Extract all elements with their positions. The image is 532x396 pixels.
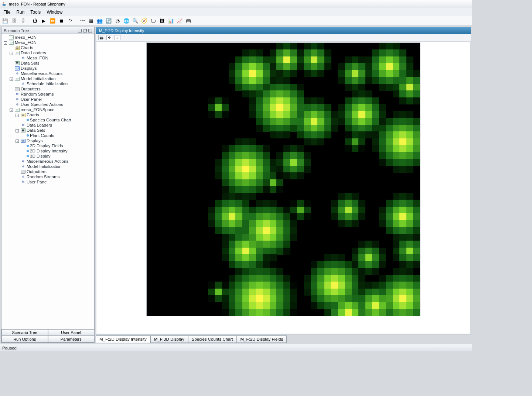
fast-forward-icon[interactable]: ⏩ xyxy=(49,17,56,25)
tree-item[interactable]: 3D Display xyxy=(2,154,94,159)
tree-item-label: Data Loaders xyxy=(21,51,46,55)
tree-item-label: Data Sets xyxy=(27,128,45,132)
barrel-icon xyxy=(15,87,20,91)
menu-file[interactable]: File xyxy=(1,9,13,16)
people-icon[interactable]: 👥 xyxy=(96,17,103,25)
tree-item[interactable]: 2D Display Fields xyxy=(2,143,94,148)
display-tab-2[interactable]: Species Counts Chart xyxy=(188,335,237,343)
tree-item[interactable]: ▤Charts xyxy=(2,45,94,50)
gear-icon: ✲ xyxy=(21,123,25,127)
panel-tab-scenario-tree[interactable]: Scenario Tree xyxy=(1,329,48,336)
tree-item[interactable]: -▭Model Initialization xyxy=(2,76,94,81)
tree-toggle-icon[interactable]: - xyxy=(10,52,13,55)
web-icon[interactable]: 🌐 xyxy=(123,17,130,25)
tree-toggle-icon[interactable]: - xyxy=(16,114,19,117)
schedule-icon[interactable]: 🏳 xyxy=(66,17,74,25)
db-icon: ≣ xyxy=(15,61,20,65)
tree-item-label: 3D Display xyxy=(30,154,51,158)
display-tab-3[interactable]: M_F:2D Display Fields xyxy=(237,335,287,343)
power-icon[interactable]: ⏻ xyxy=(31,17,38,25)
scenario-tree[interactable]: ▭meso_FON-▭Meso_FON▤Charts-▭Data Loaders… xyxy=(1,34,94,329)
tree-item-label: Plant Counts xyxy=(30,133,54,138)
tree-item-label: meso_FONSpace xyxy=(21,107,54,112)
table-icon[interactable]: ▦ xyxy=(87,17,95,25)
tree-item[interactable]: Plant Counts xyxy=(2,133,94,138)
simulation-canvas[interactable] xyxy=(146,42,420,316)
home-icon[interactable]: ⌂ xyxy=(115,35,120,40)
bul-icon xyxy=(27,134,29,137)
tree-item[interactable]: Outputters xyxy=(2,86,94,92)
pie-icon[interactable]: ◔ xyxy=(114,17,121,25)
restore-panel-icon[interactable]: ❐ xyxy=(83,29,87,32)
minimize-panel-icon[interactable]: – xyxy=(78,29,82,32)
tree-item[interactable]: -▭Meso_FON xyxy=(2,40,94,45)
tree-item-label: Charts xyxy=(27,113,39,117)
tree-item-label: 2D Display Fields xyxy=(30,144,63,148)
database-icon[interactable]: 🛢 xyxy=(19,17,27,25)
tree-item[interactable]: ✲Random Streams xyxy=(2,92,94,97)
tree-item[interactable]: ▭Displays xyxy=(2,66,94,71)
panel-tab-run-options[interactable]: Run Options xyxy=(1,336,48,342)
tree-item[interactable]: 2D Display Intensity xyxy=(2,148,94,154)
menu-run[interactable]: Run xyxy=(14,9,27,16)
tree-item[interactable]: ✲Miscellaneous Actions xyxy=(2,159,94,164)
tree-item[interactable]: ✲Schedule Initialization xyxy=(2,81,94,86)
tree-item[interactable]: ✲User Panel xyxy=(2,97,94,102)
joystick-icon[interactable]: 🎮 xyxy=(185,17,192,25)
tree-item[interactable]: ✲User Panel xyxy=(2,179,94,185)
bul-icon xyxy=(27,119,29,121)
display-tab-1[interactable]: M_F:3D Display xyxy=(150,335,188,343)
tree-item[interactable]: -▤Charts xyxy=(2,112,94,117)
screen-icon[interactable]: 🖵 xyxy=(149,17,157,25)
camera-icon[interactable]: 📷 xyxy=(98,35,104,40)
maximize-panel-icon[interactable]: □ xyxy=(88,29,92,32)
tree-item[interactable]: ✲Data Loaders xyxy=(2,123,94,128)
folder-icon: ▭ xyxy=(9,35,14,39)
monitor-icon: ▭ xyxy=(21,139,25,143)
tree-item[interactable]: -▭Displays xyxy=(2,138,94,143)
tree-item[interactable]: ✲Miscellaneous Actions xyxy=(2,71,94,76)
tree-item[interactable]: ▭meso_FON xyxy=(2,35,94,40)
tree-item[interactable]: ✲User Specified Actions xyxy=(2,102,94,107)
tree-item[interactable]: Outputters xyxy=(2,169,94,174)
chart-icon[interactable]: 📊 xyxy=(167,17,174,25)
save-icon[interactable]: 💾 xyxy=(1,17,9,25)
display-tab-0[interactable]: M_F:2D Display Intensity xyxy=(96,335,150,343)
save-all-icon[interactable]: 🗄 xyxy=(10,17,18,25)
scenario-bottom-tabs: Scenario TreeUser PanelRun OptionsParame… xyxy=(1,329,94,342)
tree-toggle-icon[interactable]: - xyxy=(4,41,7,45)
search-icon[interactable]: 🔍 xyxy=(132,17,139,25)
tree-item[interactable]: -≣Data Sets xyxy=(2,128,94,133)
target-icon[interactable]: ✥ xyxy=(106,35,112,40)
panel-tab-user-panel[interactable]: User Panel xyxy=(48,329,95,336)
panel-tab-parameters[interactable]: Parameters xyxy=(48,336,95,342)
tree-item[interactable]: -▭Data Loaders xyxy=(2,50,94,55)
tree-item[interactable]: ✲Model Initialization xyxy=(2,164,94,169)
tree-item-label: Schedule Initialization xyxy=(27,82,68,86)
menu-window[interactable]: Window xyxy=(44,9,65,16)
tree-toggle-icon[interactable]: - xyxy=(10,78,13,81)
menu-tools[interactable]: Tools xyxy=(28,9,43,16)
tree-item[interactable]: ≣Data Sets xyxy=(2,61,94,66)
tree-item[interactable]: Species Counts Chart xyxy=(2,117,94,123)
tree-item[interactable]: ✲Random Streams xyxy=(2,174,94,179)
stop-icon[interactable]: ⏹ xyxy=(58,17,65,25)
photo-icon[interactable]: 🖼 xyxy=(158,17,166,25)
chart-icon: ▤ xyxy=(21,113,25,117)
tree-item-label: Model Initialization xyxy=(27,164,62,169)
spreadsheet-icon[interactable]: 📈 xyxy=(176,17,183,25)
tree-item-label: Outputters xyxy=(21,87,41,91)
tree-toggle-icon[interactable]: - xyxy=(10,109,13,112)
tree-item-label: User Panel xyxy=(21,97,42,101)
refresh-icon[interactable]: 🔄 xyxy=(105,17,112,25)
tree-item[interactable]: ✲Meso_FON xyxy=(2,55,94,61)
tree-toggle-icon[interactable]: - xyxy=(16,140,19,143)
compass-icon[interactable]: 🧭 xyxy=(140,17,148,25)
scenario-tree-title-text: Scenario Tree xyxy=(4,28,29,33)
wave-icon[interactable]: 〰 xyxy=(78,17,86,25)
db-icon: ≣ xyxy=(21,128,25,132)
tree-toggle-icon[interactable]: - xyxy=(16,129,19,132)
play-icon[interactable]: ▶ xyxy=(40,17,47,25)
gear2-icon: ✲ xyxy=(15,103,20,107)
tree-item[interactable]: -▭meso_FONSpace xyxy=(2,107,94,112)
